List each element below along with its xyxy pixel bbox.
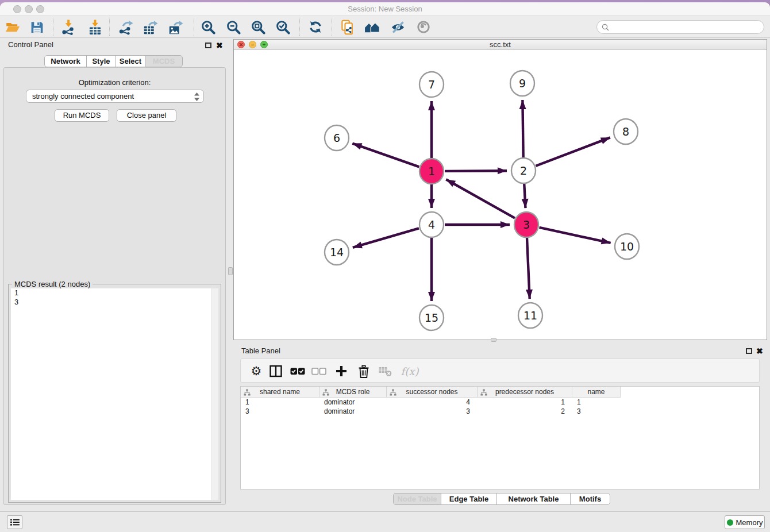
- panel-layout-icon[interactable]: [267, 363, 284, 380]
- graph-edge-2-3[interactable]: [524, 184, 525, 208]
- main-toolbar: [0, 16, 770, 38]
- network-graph[interactable]: 7968124314101511: [234, 50, 767, 340]
- tab-network[interactable]: Network: [44, 55, 87, 67]
- tab-network-table[interactable]: Network Table: [496, 493, 571, 505]
- graph-node-7[interactable]: 7: [419, 72, 444, 97]
- table-row[interactable]: 1dominator411: [241, 398, 759, 407]
- add-row-icon[interactable]: [333, 363, 350, 380]
- close-panel-button[interactable]: Close panel: [117, 109, 176, 122]
- float-table-panel-icon[interactable]: [746, 348, 752, 354]
- import-network-icon[interactable]: [59, 18, 76, 36]
- graph-edge-2-8[interactable]: [536, 137, 610, 165]
- close-panel-icon[interactable]: ✖: [216, 41, 223, 49]
- mcds-result-list[interactable]: 13: [11, 288, 218, 500]
- column-settings-icon[interactable]: ⚙: [248, 363, 265, 380]
- tab-mcds[interactable]: MCDS: [145, 55, 183, 67]
- column-header-name[interactable]: name: [572, 387, 621, 398]
- scrollbar-track[interactable]: [211, 288, 218, 500]
- deselect-all-icon[interactable]: [310, 363, 328, 380]
- hide-panel-icon[interactable]: [389, 18, 406, 36]
- table-row[interactable]: 3dominator323: [241, 407, 759, 416]
- column-header-predecessor-nodes[interactable]: predecessor nodes: [478, 387, 572, 398]
- svg-text:8: 8: [622, 125, 629, 138]
- task-history-button[interactable]: [7, 515, 22, 529]
- graph-edge-4-14[interactable]: [353, 228, 419, 247]
- tab-node-table[interactable]: Node Table: [393, 493, 441, 505]
- search-box[interactable]: [596, 20, 764, 34]
- table-panel-tabs: Node TableEdge TableNetwork TableMotifs: [393, 493, 610, 505]
- zoom-in-icon[interactable]: [199, 18, 217, 36]
- network-window-titlebar[interactable]: ✕ − + scc.txt: [234, 40, 767, 50]
- close-table-panel-icon[interactable]: ✖: [756, 347, 763, 355]
- save-session-icon[interactable]: [28, 18, 45, 36]
- zoom-out-icon[interactable]: [225, 18, 242, 36]
- graph-node-1[interactable]: 1: [419, 159, 444, 184]
- table-cell[interactable]: 3: [387, 407, 478, 416]
- table-cell[interactable]: 1: [241, 398, 319, 407]
- table-cell[interactable]: 2: [478, 407, 572, 416]
- graph-node-6[interactable]: 6: [325, 125, 349, 151]
- table-cell[interactable]: 3: [241, 407, 319, 416]
- graph-node-4[interactable]: 4: [419, 212, 444, 237]
- graph-node-15[interactable]: 15: [419, 305, 444, 330]
- graph-edge-3-1[interactable]: [446, 179, 515, 218]
- export-image-icon[interactable]: [167, 18, 184, 36]
- float-panel-icon[interactable]: [205, 43, 211, 48]
- criterion-dropdown[interactable]: strongly connected component: [26, 90, 204, 103]
- graph-node-8[interactable]: 8: [614, 119, 638, 144]
- table-cell[interactable]: 3: [572, 407, 621, 416]
- export-table-icon[interactable]: [141, 18, 159, 36]
- show-panel-icon[interactable]: [415, 18, 432, 36]
- table-cell[interactable]: 4: [387, 398, 478, 407]
- svg-text:3: 3: [523, 218, 530, 231]
- zoom-selected-icon[interactable]: [274, 18, 291, 36]
- refresh-icon[interactable]: [307, 18, 324, 36]
- mcds-result-item[interactable]: 1: [11, 288, 218, 298]
- graph-edge-2-9[interactable]: [522, 100, 523, 157]
- open-session-icon[interactable]: [4, 18, 21, 36]
- memory-button[interactable]: Memory: [725, 515, 765, 529]
- function-builder-icon[interactable]: f(x): [398, 363, 421, 380]
- network-canvas[interactable]: 7968124314101511: [234, 50, 767, 340]
- column-header-shared-name[interactable]: shared name: [241, 387, 319, 398]
- table-cell[interactable]: 1: [478, 398, 572, 407]
- delete-row-icon[interactable]: [355, 363, 372, 380]
- graph-edge-1-2[interactable]: [445, 171, 507, 171]
- mcds-result-item[interactable]: 3: [11, 298, 218, 307]
- export-network-icon[interactable]: [117, 18, 134, 36]
- graph-node-2[interactable]: 2: [511, 158, 536, 183]
- vertical-splitter-handle[interactable]: [228, 267, 233, 275]
- graph-edge-3-10[interactable]: [539, 228, 610, 243]
- control-panel-tabs: NetworkStyleSelectMCDS: [44, 55, 183, 67]
- graph-edge-3-11[interactable]: [527, 238, 530, 299]
- run-mcds-button[interactable]: Run MCDS: [55, 109, 109, 122]
- search-input[interactable]: [612, 23, 759, 32]
- import-table-icon[interactable]: [86, 18, 103, 36]
- zoom-fit-icon[interactable]: [249, 18, 267, 36]
- tab-style[interactable]: Style: [86, 55, 116, 67]
- clone-network-icon[interactable]: [339, 18, 356, 36]
- graph-node-9[interactable]: 9: [510, 71, 534, 96]
- tab-motifs[interactable]: Motifs: [570, 493, 610, 505]
- svg-text:11: 11: [523, 309, 537, 322]
- table-cell[interactable]: 1: [572, 398, 621, 407]
- svg-text:2: 2: [520, 164, 527, 177]
- table-cell[interactable]: dominator: [319, 407, 387, 416]
- graph-node-14[interactable]: 14: [325, 240, 349, 265]
- home-icon[interactable]: [364, 18, 381, 36]
- tab-edge-table[interactable]: Edge Table: [441, 493, 497, 505]
- column-header-successor-nodes[interactable]: successor nodes: [387, 387, 478, 398]
- table-toolbar: ⚙ f(x): [240, 358, 760, 383]
- tab-select[interactable]: Select: [116, 55, 145, 67]
- node-table: shared nameMCDS rolesuccessor nodesprede…: [240, 386, 760, 489]
- graph-node-10[interactable]: 10: [615, 234, 639, 259]
- table-cell[interactable]: dominator: [319, 398, 387, 407]
- graph-edge-1-6[interactable]: [352, 144, 419, 167]
- delete-table-icon[interactable]: [376, 363, 394, 380]
- network-view-window: ✕ − + scc.txt 7968124314101511: [233, 39, 767, 340]
- graph-node-3[interactable]: 3: [514, 212, 538, 237]
- select-all-icon[interactable]: [289, 363, 306, 380]
- graph-node-11[interactable]: 11: [518, 303, 542, 328]
- horizontal-splitter-handle[interactable]: [491, 338, 496, 342]
- column-header-MCDS-role[interactable]: MCDS role: [319, 387, 387, 398]
